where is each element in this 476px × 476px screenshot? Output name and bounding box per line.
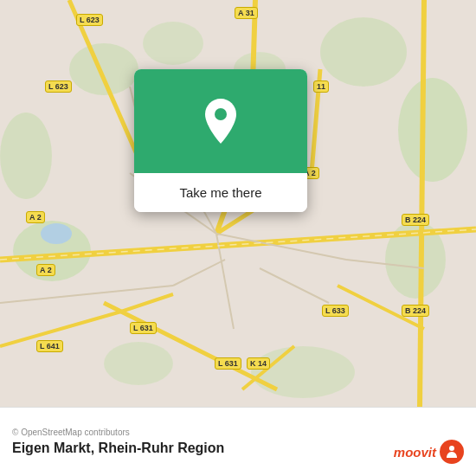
svg-point-35	[449, 446, 454, 451]
road-label-k14: K 14	[247, 357, 270, 370]
road-label-l623-top: L 623	[76, 14, 103, 26]
svg-point-6	[398, 78, 467, 182]
road-label-l623-mid: L 623	[45, 80, 72, 93]
map-container: L 623 A 31 L 623 A 2 A 2 L 631 L 631 L 6…	[0, 0, 476, 407]
road-label-b224-bot: B 224	[402, 305, 429, 317]
svg-point-3	[69, 43, 138, 95]
svg-point-34	[215, 108, 227, 120]
road-label-11: 11	[313, 80, 329, 93]
svg-point-8	[251, 346, 355, 398]
road-label-l631-2: L 631	[215, 357, 241, 370]
road-label-l631: L 631	[130, 322, 157, 334]
popup-card: Take me there	[134, 69, 307, 212]
road-label-a2-mid: A 2	[36, 264, 55, 276]
moovit-person-icon	[444, 444, 460, 460]
svg-point-2	[0, 113, 52, 199]
popup-green-area	[134, 69, 307, 173]
road-label-a31-top: A 31	[235, 7, 258, 19]
road-label-l641: L 641	[36, 340, 63, 352]
svg-point-9	[104, 342, 173, 385]
road-label-l633: L 633	[322, 305, 349, 317]
road-label-b224-top: B 224	[402, 214, 429, 226]
location-pin-icon	[200, 97, 241, 145]
take-me-there-button[interactable]: Take me there	[134, 173, 307, 212]
moovit-text: moovit	[394, 445, 436, 460]
moovit-icon	[440, 440, 464, 464]
road-label-a2-left: A 2	[26, 211, 45, 223]
svg-point-5	[320, 17, 407, 87]
svg-point-4	[143, 22, 203, 65]
bottom-bar: © OpenStreetMap contributors Eigen Markt…	[0, 407, 476, 476]
map-attribution: © OpenStreetMap contributors	[12, 428, 464, 437]
svg-point-11	[41, 223, 72, 244]
moovit-logo: moovit	[394, 440, 464, 464]
